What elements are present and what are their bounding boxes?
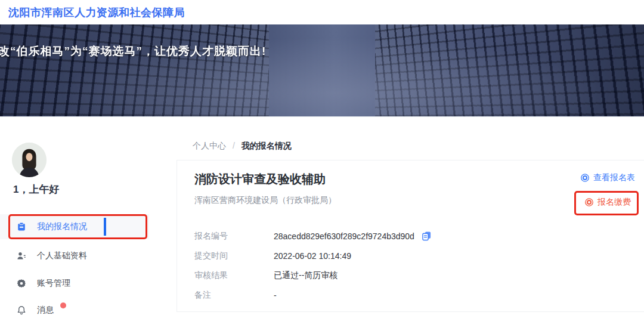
pay-fee-link[interactable]: 报名缴费 [584,197,631,208]
hero-banner: 改“伯乐相马”为“赛场选马”，让优秀人才脱颖而出! [0,24,644,117]
pay-fee-label: 报名缴费 [597,197,631,208]
bullseye-icon [584,197,594,207]
sidebar-item-account[interactable]: 账号管理 [0,271,149,296]
bullseye-icon [580,173,590,183]
text-caret [104,218,106,236]
content-area: 1，上午好 我的报名情况 [0,117,644,318]
bell-icon [17,305,26,315]
sidebar-item-label: 我的报名情况 [37,221,87,232]
breadcrumb-separator: / [233,141,235,150]
field-label: 提交时间 [194,251,274,261]
avatar-image [12,143,47,177]
field-row-review-result: 审核结果 已通过--简历审核 [194,265,432,285]
registration-id-value: 28acedd829ef630f289c2f9724b3d90d [274,231,414,241]
unread-badge [60,302,66,308]
field-label: 报名编号 [194,231,274,242]
registration-card: 消防设计审查及验收辅助 浑南区营商环境建设局（行政审批局） 查看报名表 [177,160,644,312]
view-form-label: 查看报名表 [593,172,635,183]
submit-time-value: 2022-06-02 10:14:49 [274,251,351,261]
breadcrumb-current: 我的报名情况 [242,141,292,150]
remarks-value: - [274,291,277,300]
avatar [12,143,47,177]
top-header: 沈阳市浑南区人力资源和社会保障局 [0,0,644,24]
view-form-link[interactable]: 查看报名表 [580,172,635,183]
field-row-registration-id: 报名编号 28acedd829ef630f289c2f9724b3d90d [194,226,432,246]
card-actions: 查看报名表 报名缴费 [574,170,639,215]
breadcrumb-parent[interactable]: 个人中心 [193,141,226,150]
registration-org: 浑南区营商环境建设局（行政审批局） [194,195,336,206]
sidebar-item-my-registration[interactable]: 我的报名情况 [0,214,149,239]
person-icon [17,251,26,261]
sidebar-item-label: 账号管理 [37,278,70,289]
user-greeting: 1，上午好 [13,183,59,196]
red-annotation-box-pay: 报名缴费 [574,191,639,215]
copy-icon[interactable] [422,231,432,241]
sidebar-item-personal-info[interactable]: 个人基础资料 [0,243,149,268]
review-result-value: 已通过--简历审核 [274,270,338,281]
site-title: 沈阳市浑南区人力资源和社会保障局 [8,5,185,20]
field-row-remarks: 备注 - [194,285,432,305]
banner-glow [0,24,644,116]
banner-slogan: 改“伯乐相马”为“赛场选马”，让优秀人才脱颖而出! [0,44,266,59]
clipboard-icon [17,222,26,231]
field-row-submit-time: 提交时间 2022-06-02 10:14:49 [194,246,432,265]
field-label: 备注 [194,290,274,301]
registration-title: 消防设计审查及验收辅助 [194,171,326,187]
sidebar-item-label: 个人基础资料 [37,251,87,261]
gear-icon [17,279,26,288]
sidebar-item-messages[interactable]: 消息 [0,298,149,318]
page: 沈阳市浑南区人力资源和社会保障局 改“伯乐相马”为“赛场选马”，让优秀人才脱颖而… [0,0,644,318]
detail-fields: 报名编号 28acedd829ef630f289c2f9724b3d90d 提交… [194,226,432,305]
sidebar-item-label: 消息 [37,305,54,316]
breadcrumb: 个人中心 / 我的报名情况 [193,141,292,152]
field-label: 审核结果 [194,270,274,281]
